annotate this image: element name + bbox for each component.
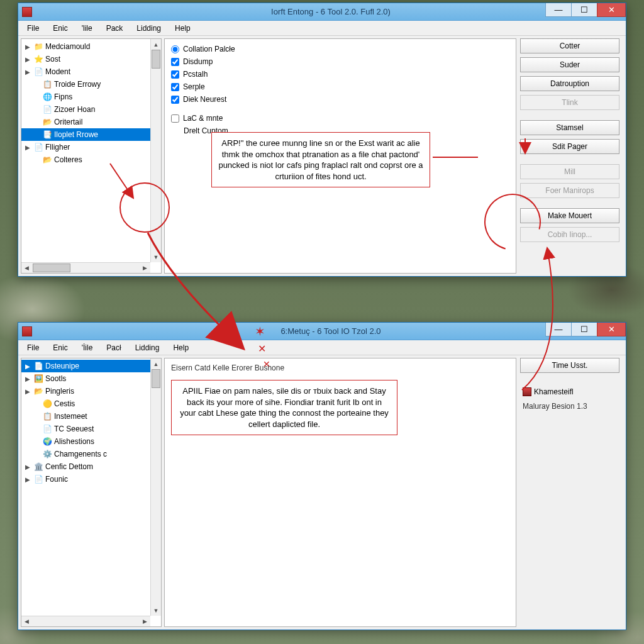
- scroll-left-icon[interactable]: ◀: [21, 616, 32, 626]
- scroll-left-icon[interactable]: ◀: [21, 263, 32, 273]
- scroll-thumb[interactable]: [152, 369, 160, 388]
- side-button[interactable]: Cotter: [520, 38, 619, 53]
- option-row: LaC & mnte: [171, 112, 509, 125]
- tree-item-icon: 📁: [33, 42, 43, 52]
- scroll-up-icon[interactable]: ▲: [151, 39, 161, 50]
- close-button[interactable]: ✕: [597, 323, 626, 336]
- option-checkbox[interactable]: [171, 83, 179, 91]
- close-button[interactable]: ✕: [597, 3, 626, 17]
- scroll-down-icon[interactable]: ▼: [151, 252, 161, 262]
- tree-item[interactable]: ▶📁Medciamould: [21, 40, 161, 53]
- scroll-right-icon[interactable]: ▶: [140, 263, 150, 273]
- tree-item-icon: 📂: [42, 155, 52, 165]
- hscrollbar[interactable]: ◀ ▶: [21, 616, 150, 626]
- expander-icon[interactable]: ▶: [24, 388, 31, 395]
- tree-item[interactable]: ▶⭐Sost: [21, 53, 161, 65]
- tree-item[interactable]: 📑Iloplet Rrowe: [21, 128, 161, 141]
- scroll-right-icon[interactable]: ▶: [140, 616, 150, 626]
- tree-item[interactable]: 📂Oritertail: [21, 116, 161, 128]
- menubar: File Enic 'İile Pacł Lidding Help: [18, 340, 626, 355]
- annotation-callout-1: ARP!" the curee munng line sn or the Exs…: [211, 132, 430, 187]
- scroll-thumb[interactable]: [152, 50, 160, 69]
- side-button[interactable]: Stamsel: [520, 120, 619, 135]
- expander-icon[interactable]: ▶: [24, 144, 31, 151]
- tree-item[interactable]: ▶🏛️Cenfic Dettom: [21, 460, 161, 473]
- maximize-button[interactable]: ☐: [571, 323, 597, 336]
- menu-lile[interactable]: 'lile: [75, 22, 99, 35]
- tree-item[interactable]: 📋Troide Errowy: [21, 78, 161, 91]
- tree-item-icon: 🟡: [42, 399, 52, 409]
- tree-item[interactable]: 📄Zizoer Hoan: [21, 103, 161, 116]
- tree-item-icon: 📄: [42, 424, 52, 434]
- tree-item[interactable]: 🟡Cestis: [21, 397, 161, 410]
- option-checkbox[interactable]: [171, 96, 179, 104]
- tree-item-icon: 📄: [33, 474, 43, 484]
- tree-item[interactable]: 📄TC Seeuest: [21, 423, 161, 435]
- titlebar[interactable]: 6:Metuç - 6 Tool IO Tzol 2.0 — ☐ ✕: [18, 323, 626, 340]
- option-label: Collation Palcłe: [183, 45, 235, 53]
- tree-item-label: Modent: [45, 67, 70, 76]
- menu-help[interactable]: Help: [167, 341, 195, 354]
- expander-icon[interactable]: ▶: [24, 69, 31, 75]
- scroll-up-icon[interactable]: ▲: [151, 358, 161, 369]
- menu-pack[interactable]: Pacł: [100, 341, 127, 354]
- hscrollbar[interactable]: ◀ ▶: [21, 262, 150, 273]
- expander-icon[interactable]: ▶: [24, 476, 31, 483]
- menubar: File Enic 'lile Pack Lidding Help: [18, 21, 626, 36]
- option-radio[interactable]: [171, 45, 179, 53]
- annotation-callout-2: APIIL Fiae on pam nales, sile dis or тbu…: [171, 380, 397, 435]
- expander-icon[interactable]: ▶: [24, 363, 31, 370]
- menu-help[interactable]: Help: [169, 22, 197, 35]
- tree-item[interactable]: 🌍Alishestions: [21, 435, 161, 448]
- tree-item[interactable]: 🌐Fipns: [21, 91, 161, 103]
- item-swatch-icon: [523, 387, 531, 396]
- tree-item[interactable]: 📋Instemeet: [21, 410, 161, 423]
- option-checkbox[interactable]: [171, 58, 179, 66]
- list-item[interactable]: Khamesteifl: [520, 386, 619, 398]
- expander-icon[interactable]: ▶: [24, 375, 31, 382]
- menu-file[interactable]: File: [21, 22, 45, 35]
- maximize-button[interactable]: ☐: [571, 3, 597, 17]
- vscrollbar[interactable]: ▲ ▼: [150, 358, 161, 616]
- option-row: Collation Palcłe: [171, 43, 509, 55]
- scroll-thumb[interactable]: [33, 264, 70, 272]
- tree-item-icon: 🖼️: [33, 374, 43, 384]
- tree-item-label: Pingleris: [45, 387, 74, 396]
- option-checkbox[interactable]: [171, 114, 179, 123]
- titlebar[interactable]: Iorft Entong - 6 Tool 2.0. Fufl 2.0) — ☐…: [18, 3, 626, 21]
- side-button[interactable]: Suder: [520, 57, 619, 72]
- side-button[interactable]: Datrouption: [520, 76, 619, 91]
- scroll-down-icon[interactable]: ▼: [151, 605, 161, 616]
- annotation-circle: [119, 182, 170, 233]
- tree-item[interactable]: ⚙️Chamgenents c: [21, 448, 161, 460]
- menu-file[interactable]: File: [21, 341, 45, 354]
- tree-item[interactable]: ▶📄Flligher: [21, 141, 161, 153]
- tree-item-icon: 🌐: [42, 92, 52, 102]
- option-label: Diek Neurest: [183, 95, 226, 104]
- tree-item[interactable]: ▶📂Pingleris: [21, 385, 161, 397]
- tree-view[interactable]: ▶📄Dsteunipe▶🖼️Sootls▶📂Pingleris🟡Cestis📋I…: [21, 358, 161, 616]
- menu-lidding[interactable]: Lidding: [130, 22, 167, 35]
- menu-pack[interactable]: Pack: [100, 22, 130, 35]
- version-label: Maluray Besion 1.3: [520, 402, 619, 411]
- menu-enic[interactable]: Enic: [47, 341, 74, 354]
- time-usst-button[interactable]: Time Usst.: [520, 358, 619, 373]
- menu-enic[interactable]: Enic: [47, 22, 74, 35]
- tree-item[interactable]: ▶📄Dsteunipe: [21, 360, 161, 372]
- tree-item[interactable]: ▶🖼️Sootls: [21, 372, 161, 385]
- tree-item-label: Sost: [45, 55, 60, 64]
- expander-icon[interactable]: ▶: [24, 43, 31, 50]
- tree-item[interactable]: ▶📄Founic: [21, 473, 161, 486]
- menu-lile[interactable]: 'İile: [75, 341, 99, 354]
- option-checkbox[interactable]: [171, 70, 179, 79]
- tree-item[interactable]: ▶📄Modent: [21, 65, 161, 78]
- side-button[interactable]: Sdit Pager: [520, 139, 619, 154]
- menu-lidding[interactable]: Lidding: [129, 341, 166, 354]
- side-button: Mill: [520, 164, 619, 179]
- expander-icon[interactable]: ▶: [24, 56, 31, 63]
- tree-item-icon: 🏛️: [33, 462, 43, 472]
- expander-icon[interactable]: ▶: [24, 464, 31, 470]
- minimize-button[interactable]: —: [545, 323, 572, 336]
- minimize-button[interactable]: —: [545, 3, 572, 17]
- tree-item[interactable]: 📂Colteres: [21, 153, 161, 166]
